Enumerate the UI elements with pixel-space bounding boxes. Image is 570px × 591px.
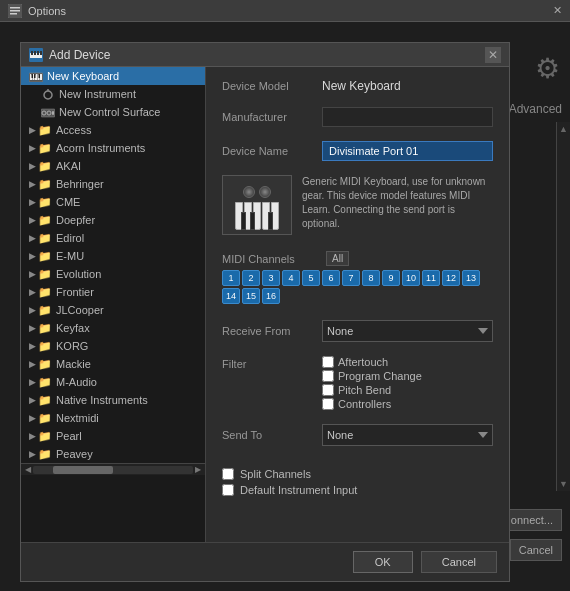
folder-icon-nextmidi: 📁 [38,413,52,423]
default-instrument-input-checkbox[interactable] [222,484,234,496]
piano-key-black-1 [241,212,246,230]
svg-rect-7 [34,51,36,55]
receive-from-label: Receive From [222,325,322,337]
list-item-access[interactable]: ▶ 📁 Access [21,121,205,139]
scroll-track[interactable] [33,466,193,474]
list-item-cme[interactable]: ▶ 📁 CME [21,193,205,211]
piano-key-black-2 [250,212,255,230]
channel-btn-13[interactable]: 13 [462,270,480,286]
channel-btn-2[interactable]: 2 [242,270,260,286]
list-item-new-control-surface[interactable]: New Control Surface [21,103,205,121]
svg-rect-18 [39,74,41,78]
list-item-behringer-label: Behringer [56,178,104,190]
expand-arrow-frontier: ▶ [29,287,36,297]
scroll-right-arrow[interactable]: ▶ [193,465,203,474]
expand-arrow-akai: ▶ [29,161,36,171]
channel-btn-6[interactable]: 6 [322,270,340,286]
knob-1 [243,186,255,198]
svg-rect-6 [31,51,33,55]
channel-btn-8[interactable]: 8 [362,270,380,286]
channel-btn-5[interactable]: 5 [302,270,320,286]
list-item-acorn-instruments[interactable]: ▶ 📁 Acorn Instruments [21,139,205,157]
folder-icon-m-audio: 📁 [38,377,52,387]
expand-arrow-evolution: ▶ [29,269,36,279]
dialog-footer: OK Cancel [21,542,509,581]
list-item-new-keyboard-label: New Keyboard [47,70,119,82]
add-device-dialog: Add Device ✕ [20,42,510,582]
channel-btn-15[interactable]: 15 [242,288,260,304]
dialog-close-button[interactable]: ✕ [485,47,501,63]
list-item-behringer[interactable]: ▶ 📁 Behringer [21,175,205,193]
options-close-button[interactable]: ✕ [553,4,562,17]
horizontal-scrollbar[interactable]: ◀ ▶ [21,463,205,475]
list-item-evolution-label: Evolution [56,268,101,280]
default-instrument-input-row: Default Instrument Input [222,484,493,496]
list-item-native-instruments[interactable]: ▶ 📁 Native Instruments [21,391,205,409]
channel-btn-16[interactable]: 16 [262,288,280,304]
channel-btn-10[interactable]: 10 [402,270,420,286]
filter-aftertouch-checkbox[interactable] [322,356,334,368]
channel-btn-3[interactable]: 3 [262,270,280,286]
expand-arrow-peavey: ▶ [29,449,36,459]
receive-from-dropdown[interactable]: None [322,320,493,342]
split-channels-checkbox[interactable] [222,468,234,480]
list-item-emu[interactable]: ▶ 📁 E-MU [21,247,205,265]
list-item-keyfax[interactable]: ▶ 📁 Keyfax [21,319,205,337]
cancel-button[interactable]: Cancel [421,551,497,573]
instrument-preview: Generic MIDI Keyboard, use for unknown g… [222,175,493,235]
list-item-peavey[interactable]: ▶ 📁 Peavey [21,445,205,463]
list-item-doepfer[interactable]: ▶ 📁 Doepfer [21,211,205,229]
channel-btn-14[interactable]: 14 [222,288,240,304]
list-item-cme-label: CME [56,196,80,208]
keyboard-icon [29,71,43,81]
list-item-nextmidi[interactable]: ▶ 📁 Nextmidi [21,409,205,427]
piano-keys [235,202,279,230]
filter-pitch-bend: Pitch Bend [322,384,422,396]
list-item-edirol[interactable]: ▶ 📁 Edirol [21,229,205,247]
ok-button[interactable]: OK [353,551,413,573]
list-item-acorn-label: Acorn Instruments [56,142,145,154]
list-item-frontier[interactable]: ▶ 📁 Frontier [21,283,205,301]
options-title: Options [28,5,66,17]
expand-arrow-nextmidi: ▶ [29,413,36,423]
manufacturer-input[interactable] [322,107,493,127]
device-name-input[interactable] [322,141,493,161]
channel-btn-7[interactable]: 7 [342,270,360,286]
filter-controllers-checkbox[interactable] [322,398,334,410]
expand-arrow-access: ▶ [29,125,36,135]
channel-btn-12[interactable]: 12 [442,270,460,286]
list-item-new-keyboard[interactable]: New Keyboard [21,67,205,85]
channel-btn-11[interactable]: 11 [422,270,440,286]
folder-icon-edirol: 📁 [38,233,52,243]
filter-pitch-bend-checkbox[interactable] [322,384,334,396]
scroll-thumb[interactable] [53,466,113,474]
channel-btn-1[interactable]: 1 [222,270,240,286]
list-item-akai-label: AKAI [56,160,81,172]
filter-program-change-checkbox[interactable] [322,370,334,382]
channel-btn-4[interactable]: 4 [282,270,300,286]
scroll-left-arrow[interactable]: ◀ [23,465,33,474]
list-item-new-instrument-label: New Instrument [59,88,136,100]
folder-icon-mackie: 📁 [38,359,52,369]
list-item-pearl[interactable]: ▶ 📁 Pearl [21,427,205,445]
filter-section: Filter Aftertouch Program Change Pitc [222,356,493,410]
list-item-evolution[interactable]: ▶ 📁 Evolution [21,265,205,283]
folder-icon-peavey: 📁 [38,449,52,459]
dialog-title: Add Device [49,48,110,62]
list-item-akai[interactable]: ▶ 📁 AKAI [21,157,205,175]
channel-btn-9[interactable]: 9 [382,270,400,286]
device-model-row: Device Model New Keyboard [222,79,493,93]
list-item-korg[interactable]: ▶ 📁 KORG [21,337,205,355]
filter-pitch-bend-label: Pitch Bend [338,384,391,396]
send-to-dropdown[interactable]: None [322,424,493,446]
list-item-new-instrument[interactable]: New Instrument [21,85,205,103]
folder-icon-ni: 📁 [38,395,52,405]
preview-description: Generic MIDI Keyboard, use for unknown g… [302,175,493,231]
midi-channels-row: MIDI Channels All [222,251,493,266]
list-item-jlcooper[interactable]: ▶ 📁 JLCooper [21,301,205,319]
all-channels-button[interactable]: All [326,251,349,266]
list-item-native-instruments-label: Native Instruments [56,394,148,406]
split-channels-label: Split Channels [240,468,311,480]
list-item-m-audio[interactable]: ▶ 📁 M-Audio [21,373,205,391]
list-item-mackie[interactable]: ▶ 📁 Mackie [21,355,205,373]
